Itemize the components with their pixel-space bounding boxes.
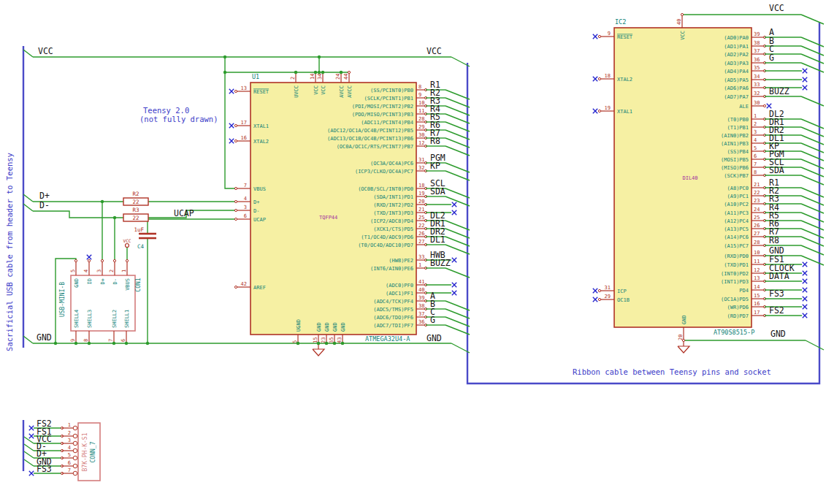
pin-number: 7 (754, 161, 757, 167)
ic2-reference: IC2 (615, 18, 626, 26)
pin-number: 22 (754, 190, 760, 196)
pin-name: AREF (253, 285, 266, 291)
junction-dot (297, 342, 299, 345)
pin-number: 19 (418, 191, 424, 196)
pin-name: (PDI/MOSI/PCINT2)PB2 (352, 104, 413, 110)
pin-name: (HWB)PE2 (389, 258, 413, 264)
usb-connector-ref: CON1 (135, 278, 142, 291)
pin-number: 23 (754, 198, 760, 204)
pin-number: 38 (754, 40, 760, 46)
pin-dot (88, 259, 90, 261)
pin-name: (A11)PC3 (724, 210, 749, 216)
pin-number: 3 (68, 438, 71, 443)
net-label: GND (427, 333, 442, 343)
pin-number: 36 (754, 57, 760, 63)
pin-name: OC1B (617, 297, 630, 303)
junction-dot (88, 342, 91, 345)
pin-number: 28 (418, 116, 424, 122)
pin-number: 10 (418, 100, 424, 106)
junction-dot (54, 342, 57, 345)
pin-number: 42 (241, 281, 247, 287)
pin-pad (73, 456, 77, 460)
pin-name: AVCC (339, 85, 345, 98)
net-label: BUZZ (430, 258, 451, 268)
pin-dot (681, 13, 683, 15)
junction-dot (333, 342, 336, 345)
pin-name: (T0/OC4D/ADC10)PD7 (358, 243, 413, 248)
pin-dot (126, 259, 128, 261)
pin-name: (OC0B/SCL/INT0)PD0 (358, 186, 413, 192)
pin-number: 25 (418, 215, 424, 221)
pin-number: 28 (754, 240, 760, 245)
pin-name: ID (87, 278, 93, 284)
pin-number: 37 (754, 48, 760, 54)
net-label: DL1 (430, 234, 445, 245)
junction-dot (314, 71, 317, 74)
pin-number: 4 (754, 137, 757, 143)
pin-dot (234, 218, 237, 220)
pin-name: (T1)PB1 (727, 125, 749, 131)
pin-number: 16 (754, 301, 760, 307)
u1-package: TQFP44 (319, 215, 337, 221)
pin-number: 9 (608, 31, 611, 37)
junction-dot (101, 200, 104, 203)
pin-pad (73, 441, 77, 446)
pin-number: 10 (754, 250, 760, 256)
net-label: DATA (769, 271, 789, 281)
resistor-ref: R3 (132, 207, 139, 213)
pin-name: SHELL4 (74, 310, 80, 328)
pin-number: 24 (754, 207, 760, 213)
pin-number: 7 (244, 183, 247, 188)
pin-dot (234, 140, 237, 142)
pin-number: 6 (244, 213, 247, 219)
pin-number: 13 (754, 275, 760, 281)
pin-name: (INT6/AIN0)PE6 (370, 266, 413, 272)
pin-pad (73, 471, 77, 476)
pin-name: (AD6)PA6 (724, 85, 749, 91)
pin-pad (73, 448, 77, 453)
conn7-ref: CONN_7 (90, 441, 96, 462)
pin-number: 1 (68, 422, 71, 428)
junction-dot (294, 71, 297, 74)
pin-name: (ADC1)PF1 (386, 291, 413, 297)
pin-number: 7 (108, 339, 114, 342)
net-label: G (769, 53, 774, 63)
net-label: D+ (39, 191, 50, 201)
pin-number: 16 (241, 135, 247, 141)
pin-name: D+ (100, 278, 106, 284)
pin-number: 6 (68, 460, 71, 466)
pin-number: 1 (418, 262, 421, 268)
pin-name: (INT0)PD2 (721, 271, 749, 277)
pin-name: (MOSI)PB5 (721, 157, 749, 163)
pin-name: (AD7)PA7 (724, 94, 749, 100)
pin-dot (234, 90, 237, 92)
pin-number: 38 (418, 303, 424, 309)
pin-dot (598, 298, 600, 300)
junction-dot (318, 71, 321, 74)
pin-number: 5 (754, 145, 757, 151)
pin-number: 21 (754, 182, 760, 188)
junction-dot (125, 342, 128, 345)
pin-number: 20 (678, 335, 684, 340)
pin-dot (598, 77, 600, 80)
pin-number: 29 (605, 294, 611, 299)
pin-name: D- (253, 208, 259, 214)
note-teensy-line1: Teensy 2.0 (143, 106, 189, 115)
pin-dot (234, 286, 237, 288)
pin-name: (MISO)PB6 (721, 165, 749, 171)
pin-name: VCC (680, 31, 686, 40)
pin-number: 2 (290, 77, 296, 80)
pin-name: GND (324, 322, 330, 332)
pin-name: SHELL3 (87, 310, 93, 328)
net-label: VCC (769, 3, 784, 13)
net-label: SDA (430, 186, 445, 196)
pin-name: D+ (253, 199, 259, 205)
pin-dot (763, 104, 765, 107)
junction-dot (112, 342, 115, 345)
pin-name: GND (681, 315, 687, 324)
pin-name: SHELL1 (124, 310, 130, 328)
usb-connector-value: USB-MINI-B (59, 282, 66, 317)
pin-number: 5 (68, 452, 71, 458)
pin-number: 12 (418, 140, 424, 146)
pin-name: AVCC (347, 85, 353, 98)
